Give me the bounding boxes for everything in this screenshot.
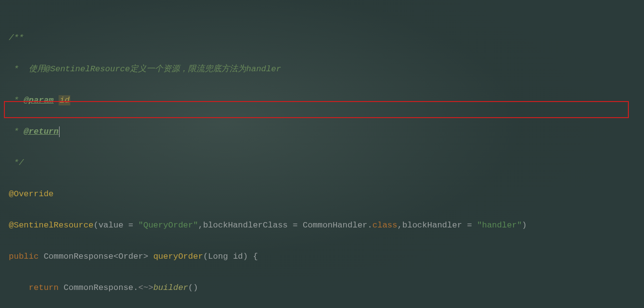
javadoc-start: /** xyxy=(9,33,24,42)
override-annotation: @Override xyxy=(9,189,54,199)
code-line: */ xyxy=(9,155,635,171)
code-line: /** xyxy=(9,30,635,46)
code-line: @Override xyxy=(9,186,635,202)
code-line: public CommonResponse<Order> queryOrder(… xyxy=(9,249,635,265)
code-line: @SentinelResource(value = "QueryOrder",b… xyxy=(9,218,635,233)
text-cursor xyxy=(59,126,60,137)
code-line: * @return xyxy=(9,124,635,140)
param-name: id xyxy=(59,95,70,105)
method-name: queryOrder xyxy=(153,252,203,261)
javadoc-end: */ xyxy=(9,158,24,167)
return-tag: @return xyxy=(24,127,59,136)
code-line: * @param id xyxy=(9,93,635,108)
code-line: return CommonResponse.<~>builder() xyxy=(9,280,635,296)
sentinel-annotation: @SentinelResource xyxy=(9,221,93,230)
param-tag: @param xyxy=(24,96,54,105)
code-line: * 使用@SentinelResource定义一个资源，限流兜底方法为handl… xyxy=(9,62,635,77)
code-editor[interactable]: /** * 使用@SentinelResource定义一个资源，限流兜底方法为h… xyxy=(0,0,644,308)
